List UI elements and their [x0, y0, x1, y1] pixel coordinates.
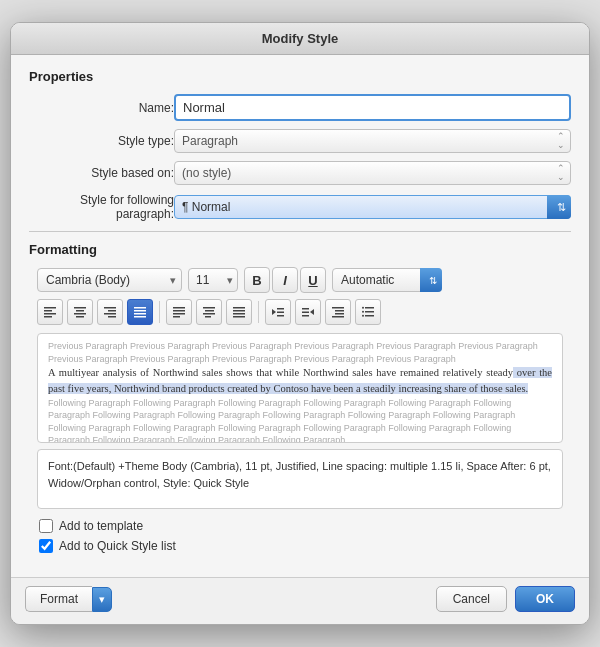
color-select[interactable]: Automatic	[332, 268, 442, 292]
svg-rect-38	[335, 313, 344, 315]
svg-rect-26	[233, 313, 245, 315]
font-select-wrapper: Cambria (Body)	[37, 268, 182, 292]
add-to-template-label[interactable]: Add to template	[59, 519, 143, 533]
svg-rect-7	[76, 316, 84, 318]
svg-rect-5	[76, 310, 84, 312]
svg-rect-4	[74, 307, 86, 309]
modify-style-dialog: Modify Style Properties Name: Style type…	[10, 22, 590, 625]
indent-decrease-button[interactable]	[265, 299, 291, 325]
svg-rect-2	[44, 313, 56, 315]
svg-rect-19	[173, 316, 180, 318]
style-type-select[interactable]: Paragraph	[174, 129, 571, 153]
alignment-row	[29, 299, 571, 325]
align-separator-2	[258, 301, 259, 323]
svg-rect-22	[203, 313, 215, 315]
format-button-group: Format ▾	[25, 586, 112, 612]
svg-rect-21	[205, 310, 214, 312]
outdent-button[interactable]	[325, 299, 351, 325]
following-label: Style for following paragraph:	[29, 193, 174, 221]
size-select-wrapper: 11	[188, 268, 238, 292]
format-dropdown-button[interactable]: ▾	[92, 587, 112, 612]
bold-button[interactable]: B	[244, 267, 270, 293]
format-dropdown-arrow: ▾	[99, 593, 105, 606]
font-row: Cambria (Body) 11 B I U Automatic	[29, 267, 571, 293]
svg-rect-34	[302, 312, 309, 314]
add-to-template-checkbox[interactable]	[39, 519, 53, 533]
svg-rect-30	[277, 312, 284, 314]
svg-marker-32	[310, 309, 314, 315]
size-select[interactable]: 11	[188, 268, 238, 292]
name-row: Name:	[29, 94, 571, 121]
dialog-title: Modify Style	[262, 31, 339, 46]
style-preview: Previous Paragraph Previous Paragraph Pr…	[37, 333, 563, 443]
svg-rect-41	[365, 311, 374, 313]
svg-rect-29	[277, 308, 284, 310]
svg-rect-33	[302, 308, 309, 310]
svg-rect-16	[173, 307, 185, 309]
align-right-button[interactable]	[97, 299, 123, 325]
svg-point-44	[362, 311, 364, 313]
preview-text-before: A multiyear analysis of Northwind sales …	[48, 367, 513, 378]
svg-rect-6	[74, 313, 86, 315]
svg-rect-39	[332, 316, 344, 318]
svg-rect-9	[108, 310, 116, 312]
following-select[interactable]: ¶ Normal	[174, 195, 571, 219]
underline-button[interactable]: U	[300, 267, 326, 293]
svg-rect-17	[173, 310, 185, 312]
add-to-template-row: Add to template	[39, 519, 571, 533]
svg-rect-20	[203, 307, 215, 309]
style-type-select-wrapper: Paragraph	[174, 129, 571, 153]
svg-rect-1	[44, 310, 52, 312]
following-select-wrapper: ¶ Normal ⇅	[174, 195, 571, 219]
svg-rect-14	[134, 313, 146, 315]
color-select-wrapper: Automatic ⇅	[332, 268, 442, 292]
section-divider	[29, 231, 571, 232]
add-to-quick-style-label[interactable]: Add to Quick Style list	[59, 539, 176, 553]
ok-button[interactable]: OK	[515, 586, 575, 612]
svg-rect-37	[335, 310, 344, 312]
add-to-quick-style-checkbox[interactable]	[39, 539, 53, 553]
svg-rect-0	[44, 307, 56, 309]
formatting-section: Formatting Cambria (Body) 11 B I U	[29, 242, 571, 509]
svg-rect-35	[302, 315, 309, 317]
align-separator-1	[159, 301, 160, 323]
formatting-section-title: Formatting	[29, 242, 571, 257]
style-type-label: Style type:	[29, 134, 174, 148]
format-button[interactable]: Format	[25, 586, 92, 612]
based-on-select-wrapper: (no style)	[174, 161, 571, 185]
svg-rect-25	[233, 310, 245, 312]
name-label: Name:	[29, 101, 174, 115]
based-on-select[interactable]: (no style)	[174, 161, 571, 185]
align-dist1-button[interactable]	[166, 299, 192, 325]
svg-rect-11	[108, 316, 116, 318]
cancel-button[interactable]: Cancel	[436, 586, 507, 612]
italic-button[interactable]: I	[272, 267, 298, 293]
svg-marker-28	[272, 309, 276, 315]
svg-rect-42	[365, 315, 374, 317]
preview-previous-text: Previous Paragraph Previous Paragraph Pr…	[48, 340, 552, 365]
svg-point-45	[362, 315, 364, 317]
svg-rect-13	[134, 310, 146, 312]
svg-rect-24	[233, 307, 245, 309]
svg-rect-12	[134, 307, 146, 309]
svg-rect-23	[205, 316, 211, 318]
svg-rect-18	[173, 313, 185, 315]
style-buttons-group: B I U	[244, 267, 326, 293]
align-dist3-button[interactable]	[226, 299, 252, 325]
font-select[interactable]: Cambria (Body)	[37, 268, 182, 292]
based-on-label: Style based on:	[29, 166, 174, 180]
align-dist2-button[interactable]	[196, 299, 222, 325]
align-left-button[interactable]	[37, 299, 63, 325]
svg-rect-15	[134, 316, 146, 318]
preview-following-text: Following Paragraph Following Paragraph …	[48, 397, 552, 443]
following-row: Style for following paragraph: ¶ Normal …	[29, 193, 571, 221]
add-to-quick-style-row: Add to Quick Style list	[39, 539, 571, 553]
name-input[interactable]	[174, 94, 571, 121]
indent-increase-button[interactable]	[295, 299, 321, 325]
align-center-button[interactable]	[67, 299, 93, 325]
list-button[interactable]	[355, 299, 381, 325]
preview-main-text: A multiyear analysis of Northwind sales …	[48, 365, 552, 397]
svg-point-43	[362, 307, 364, 309]
align-justify-button[interactable]	[127, 299, 153, 325]
style-type-row: Style type: Paragraph	[29, 129, 571, 153]
